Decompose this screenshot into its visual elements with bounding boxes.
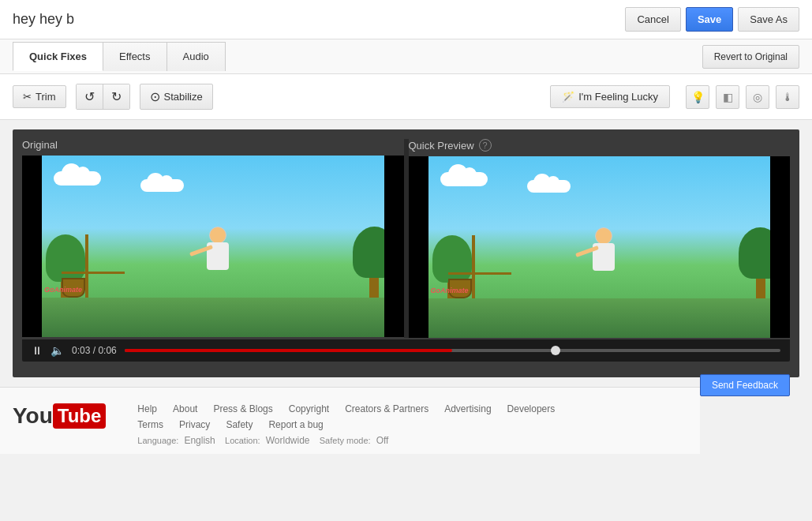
brightness-button[interactable]: 💡 — [686, 85, 709, 109]
icon-tools: 💡 ◧ ◎ 🌡 — [686, 85, 799, 109]
footer-link-privacy[interactable]: Privacy — [179, 419, 210, 430]
language-value[interactable]: English — [184, 435, 215, 446]
stabilize-button[interactable]: ⊙ Stabilize — [140, 84, 213, 110]
location-label: Location: — [225, 436, 260, 445]
progress-knob[interactable] — [551, 346, 560, 355]
safety-value[interactable]: Off — [376, 435, 389, 446]
logo-you: You — [13, 403, 53, 429]
footer-link-about[interactable]: About — [173, 403, 197, 414]
footer-link-copyright[interactable]: Copyright — [289, 403, 329, 414]
video-controls: ⏸ 🔈 0:03 / 0:06 — [22, 339, 790, 362]
contrast-icon: ◧ — [723, 91, 733, 103]
rotate-right-icon: ↻ — [111, 89, 122, 104]
help-icon[interactable]: ? — [479, 139, 492, 152]
character — [181, 227, 245, 305]
cancel-button[interactable]: Cancel — [625, 7, 680, 32]
progress-bar[interactable] — [125, 349, 780, 352]
ground-p — [409, 298, 791, 338]
rotate-left-icon: ↺ — [84, 89, 95, 104]
watermark-left: GoAnimate — [44, 286, 82, 294]
black-bar-right-p — [770, 156, 790, 338]
footer: YouTube Help About Press & Blogs Copyrig… — [0, 387, 700, 454]
crossbar — [62, 272, 125, 274]
cloud1 — [54, 171, 101, 186]
trim-button[interactable]: ✂ Trim — [13, 85, 66, 108]
crossbar-p — [448, 272, 511, 275]
footer-link-help[interactable]: Help — [137, 403, 157, 414]
safety-label: Safety mode: — [320, 436, 371, 445]
footer-links-row2: Terms Privacy Safety Report a bug — [137, 419, 687, 430]
footer-link-safety[interactable]: Safety — [226, 419, 253, 430]
tabs-bar: Quick Fixes Effects Audio Revert to Orig… — [0, 39, 812, 74]
character-p — [567, 227, 631, 306]
youtube-logo: YouTube — [13, 403, 106, 429]
time-display: 0:03 / 0:06 — [72, 345, 117, 356]
black-bar-right — [384, 156, 404, 337]
language-label: Language: — [137, 436, 178, 445]
original-panel: Original — [22, 139, 404, 338]
footer-links-row1: Help About Press & Blogs Copyright Creat… — [137, 403, 687, 414]
footer-links: Help About Press & Blogs Copyright Creat… — [137, 403, 687, 446]
thermometer-icon: 🌡 — [782, 91, 793, 103]
toolbar: ✂ Trim ↺ ↻ ⊙ Stabilize 🪄 I'm Feeling Luc… — [0, 74, 812, 120]
ground — [22, 298, 404, 337]
black-bar-left — [22, 156, 42, 337]
original-video: GoAnimate — [22, 156, 404, 337]
footer-link-terms[interactable]: Terms — [137, 419, 163, 430]
cloud1p — [440, 172, 488, 186]
video-area: Original — [13, 129, 799, 377]
preview-panel: Quick Preview ? — [409, 139, 791, 338]
logo-tube: Tube — [53, 403, 107, 429]
cloud2p — [527, 180, 571, 193]
video-panels: Original — [22, 139, 790, 338]
stabilize-icon: ⊙ — [150, 89, 160, 104]
watermark-right: GoAnimate — [431, 287, 469, 294]
tab-effects[interactable]: Effects — [103, 42, 167, 71]
header-buttons: Cancel Save Save As — [625, 7, 799, 32]
rotate-right-button[interactable]: ↻ — [103, 84, 129, 109]
bulb-icon: 💡 — [691, 91, 705, 103]
footer-meta: Language: English Location: Worldwide Sa… — [137, 435, 687, 446]
rotate-group: ↺ ↻ — [76, 84, 130, 110]
footer-link-developers[interactable]: Developers — [507, 403, 556, 414]
footer-link-report[interactable]: Report a bug — [268, 419, 323, 430]
black-bar-left-p — [409, 156, 428, 338]
tabs-container: Quick Fixes Effects Audio — [13, 42, 225, 71]
original-scene: GoAnimate — [22, 156, 404, 337]
preview-video: GoAnimate — [409, 156, 791, 338]
rotate-left-button[interactable]: ↺ — [77, 84, 103, 109]
lucky-button[interactable]: 🪄 I'm Feeling Lucky — [550, 85, 670, 108]
page-title: hey hey b — [13, 11, 74, 28]
cloud2 — [140, 179, 184, 192]
location-value[interactable]: Worldwide — [266, 435, 310, 446]
progress-fill — [125, 349, 453, 352]
footer-link-press[interactable]: Press & Blogs — [213, 403, 272, 414]
circle-icon: ◎ — [753, 91, 762, 103]
saturation-button[interactable]: ◎ — [746, 85, 769, 109]
volume-button[interactable]: 🔈 — [51, 344, 64, 357]
contrast-button[interactable]: ◧ — [716, 85, 739, 109]
original-label: Original — [22, 139, 404, 151]
tab-audio[interactable]: Audio — [167, 42, 226, 71]
pause-button[interactable]: ⏸ — [32, 344, 43, 357]
scissors-icon: ✂ — [23, 91, 32, 103]
footer-link-advertising[interactable]: Advertising — [444, 403, 491, 414]
temperature-button[interactable]: 🌡 — [776, 85, 799, 109]
preview-label: Quick Preview ? — [409, 139, 791, 152]
footer-link-creators[interactable]: Creators & Partners — [345, 403, 428, 414]
revert-button[interactable]: Revert to Original — [702, 45, 799, 69]
wand-icon: 🪄 — [562, 91, 574, 103]
header: hey hey b Cancel Save Save As — [0, 0, 812, 39]
send-feedback-button[interactable]: Send Feedback — [700, 374, 790, 396]
save-as-button[interactable]: Save As — [738, 7, 799, 32]
save-button[interactable]: Save — [686, 7, 733, 32]
preview-scene: GoAnimate — [409, 156, 791, 338]
tab-quick-fixes[interactable]: Quick Fixes — [13, 42, 103, 71]
